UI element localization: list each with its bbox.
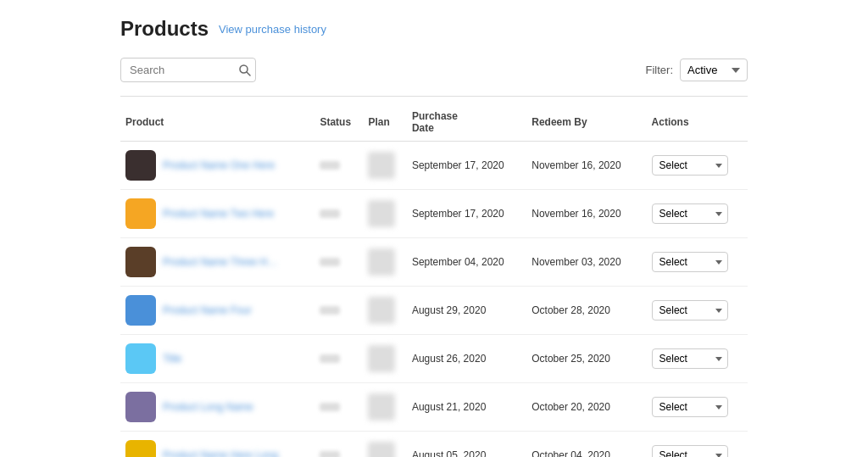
action-select[interactable]: Select <box>652 203 728 224</box>
product-cell: Product Name One Here <box>120 142 314 190</box>
action-select[interactable]: Select <box>652 348 728 369</box>
search-icon <box>239 64 251 76</box>
filter-label: Filter: <box>646 64 674 76</box>
view-history-link[interactable]: View purchase history <box>219 23 326 36</box>
toolbar: Filter: Active Inactive All <box>120 58 748 82</box>
svg-line-1 <box>247 72 250 75</box>
status-cell <box>314 383 363 432</box>
product-name: Product Name Three Here <box>163 256 281 268</box>
table-row: Product Name Four August 29, 2020October… <box>120 287 748 335</box>
plan-thumbnail <box>368 200 395 227</box>
status-cell <box>314 287 363 335</box>
col-plan: Plan <box>363 103 407 142</box>
product-thumbnail <box>125 295 156 326</box>
product-name: Product Name Two Here <box>163 208 274 220</box>
purchase-date-cell: August 05, 2020 <box>407 432 526 458</box>
product-thumbnail <box>125 198 156 229</box>
plan-thumbnail <box>368 152 395 179</box>
redeem-by-cell: October 04, 2020 <box>526 432 646 458</box>
purchase-date-cell: September 17, 2020 <box>407 142 526 190</box>
purchase-date-cell: September 04, 2020 <box>407 238 526 287</box>
action-cell[interactable]: Select <box>647 383 748 432</box>
product-thumbnail <box>125 392 156 422</box>
product-thumbnail <box>125 343 156 374</box>
product-cell: Product Long Name <box>120 383 314 432</box>
status-cell <box>314 238 363 287</box>
action-select[interactable]: Select <box>652 445 728 457</box>
col-purchase-date: PurchaseDate <box>407 103 526 142</box>
filter-wrapper: Filter: Active Inactive All <box>646 59 748 81</box>
action-select[interactable]: Select <box>652 155 728 176</box>
action-select[interactable]: Select <box>652 397 728 417</box>
action-cell[interactable]: Select <box>647 287 748 335</box>
product-name: Product Name One Here <box>163 159 275 171</box>
plan-cell <box>363 238 407 287</box>
product-name: Product Name Here Long <box>163 449 278 457</box>
plan-cell <box>363 335 407 383</box>
redeem-by-cell: November 16, 2020 <box>526 142 646 190</box>
table-header: Product Status Plan PurchaseDate Redeem … <box>120 103 748 142</box>
product-thumbnail <box>125 150 156 181</box>
plan-cell <box>363 190 407 238</box>
plan-thumbnail <box>368 297 395 324</box>
action-select[interactable]: Select <box>652 300 728 320</box>
plan-cell <box>363 142 407 190</box>
plan-thumbnail <box>368 442 395 457</box>
table-body: Product Name One Here September 17, 2020… <box>120 142 748 458</box>
page-title: Products <box>120 17 209 41</box>
product-thumbnail <box>125 247 156 277</box>
plan-cell <box>363 383 407 432</box>
col-actions: Actions <box>647 103 748 142</box>
table-row: Product Name One Here September 17, 2020… <box>120 142 748 190</box>
search-button[interactable] <box>239 64 251 76</box>
action-cell[interactable]: Select <box>647 142 748 190</box>
plan-cell <box>363 432 407 458</box>
products-table: Product Status Plan PurchaseDate Redeem … <box>120 103 748 457</box>
table-row: Product Name Two Here September 17, 2020… <box>120 190 748 238</box>
status-cell <box>314 335 363 383</box>
status-cell <box>314 142 363 190</box>
product-name: Product Name Four <box>163 304 252 316</box>
product-cell: Title <box>120 335 314 383</box>
search-wrapper <box>120 58 256 82</box>
product-name: Title <box>163 353 181 365</box>
action-cell[interactable]: Select <box>647 190 748 238</box>
action-select[interactable]: Select <box>652 252 728 272</box>
product-thumbnail <box>125 440 156 457</box>
table-row: Product Name Here Long August 05, 2020Oc… <box>120 432 748 458</box>
product-cell: Product Name Four <box>120 287 314 335</box>
plan-cell <box>363 287 407 335</box>
purchase-date-cell: August 26, 2020 <box>407 335 526 383</box>
redeem-by-cell: October 28, 2020 <box>526 287 646 335</box>
product-cell: Product Name Three Here <box>120 238 314 287</box>
plan-thumbnail <box>368 248 395 276</box>
plan-thumbnail <box>368 345 395 372</box>
redeem-by-cell: October 20, 2020 <box>526 383 646 432</box>
col-redeem-by: Redeem By <box>526 103 646 142</box>
plan-thumbnail <box>368 393 395 421</box>
redeem-by-cell: October 25, 2020 <box>526 335 646 383</box>
filter-select[interactable]: Active Inactive All <box>680 59 748 81</box>
divider <box>120 96 748 97</box>
col-product: Product <box>120 103 314 142</box>
col-status: Status <box>314 103 363 142</box>
action-cell[interactable]: Select <box>647 238 748 287</box>
action-cell[interactable]: Select <box>647 335 748 383</box>
page-header: Products View purchase history <box>120 17 748 41</box>
table-row: Product Name Three Here September 04, 20… <box>120 238 748 287</box>
table-row: Title August 26, 2020October 25, 2020 Se… <box>120 335 748 383</box>
status-cell <box>314 432 363 458</box>
purchase-date-cell: August 29, 2020 <box>407 287 526 335</box>
purchase-date-cell: September 17, 2020 <box>407 190 526 238</box>
redeem-by-cell: November 03, 2020 <box>526 238 646 287</box>
product-cell: Product Name Here Long <box>120 432 314 458</box>
status-cell <box>314 190 363 238</box>
search-input[interactable] <box>120 58 256 82</box>
purchase-date-cell: August 21, 2020 <box>407 383 526 432</box>
product-cell: Product Name Two Here <box>120 190 314 238</box>
redeem-by-cell: November 16, 2020 <box>526 190 646 238</box>
product-name: Product Long Name <box>163 401 253 413</box>
table-row: Product Long Name August 21, 2020October… <box>120 383 748 432</box>
action-cell[interactable]: Select <box>647 432 748 458</box>
